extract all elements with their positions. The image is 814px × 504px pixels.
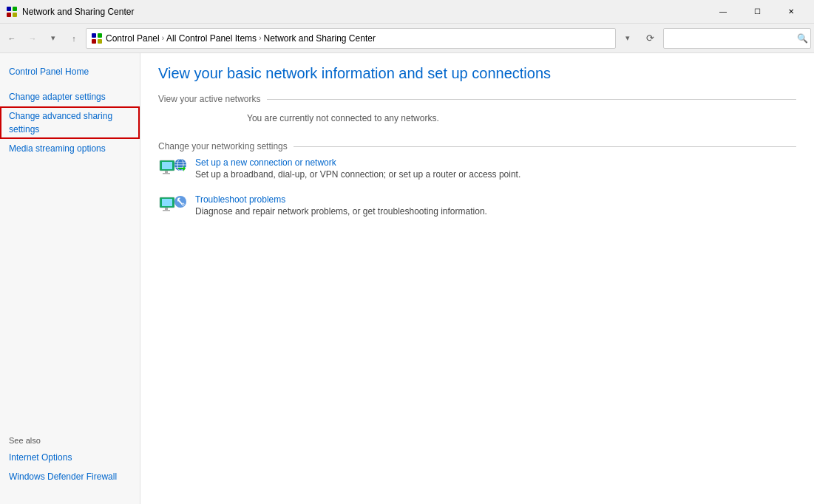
app-icon <box>6 6 18 18</box>
breadcrumb-bar: Control Panel › All Control Panel Items … <box>86 28 616 49</box>
sidebar-link-internet-options[interactable]: Internet Options <box>9 448 131 467</box>
svg-rect-7 <box>98 39 102 44</box>
troubleshoot-title[interactable]: Troubleshoot problems <box>195 194 487 205</box>
networking-settings-label: Change your networking settings <box>158 141 288 151</box>
svg-rect-5 <box>98 33 102 38</box>
breadcrumb-current: Network and Sharing Center <box>263 33 375 44</box>
setup-connection-item: Set up a new connection or network Set u… <box>158 157 796 181</box>
maximize-button[interactable]: ☐ <box>740 0 774 24</box>
setup-connection-desc: Set up a broadband, dial-up, or VPN conn… <box>195 169 520 180</box>
breadcrumb-icon <box>91 33 103 44</box>
active-networks-label: View your active networks <box>158 94 261 104</box>
svg-rect-9 <box>162 162 172 169</box>
forward-button[interactable]: → <box>24 30 41 47</box>
sidebar-link-control-panel-home[interactable]: Control Panel Home <box>0 62 140 81</box>
search-button[interactable]: 🔍 <box>797 33 808 44</box>
see-also-title: See also <box>9 436 131 445</box>
address-bar: ← → ▾ ↑ Control Panel › All Control Pane… <box>0 24 814 53</box>
window-title: Network and Sharing Center <box>22 7 706 17</box>
up-button[interactable]: ↑ <box>65 30 83 47</box>
svg-rect-21 <box>163 210 170 211</box>
troubleshoot-content: Troubleshoot problems Diagnose and repai… <box>195 194 487 217</box>
svg-rect-4 <box>92 33 96 38</box>
svg-rect-11 <box>163 173 170 174</box>
title-bar: Network and Sharing Center — ☐ ✕ <box>0 0 814 24</box>
setup-connection-icon <box>158 157 188 181</box>
svg-rect-0 <box>7 7 11 11</box>
breadcrumb-control-panel[interactable]: Control Panel <box>106 33 160 44</box>
search-input[interactable] <box>663 28 811 49</box>
setup-connection-title[interactable]: Set up a new connection or network <box>195 157 520 168</box>
page-title: View your basic network information and … <box>158 65 796 82</box>
networking-settings-divider <box>294 146 796 147</box>
svg-rect-1 <box>13 7 17 11</box>
breadcrumb-sep-1: › <box>162 34 164 42</box>
dropdown-button[interactable]: ▾ <box>619 30 637 47</box>
active-networks-divider <box>267 99 796 100</box>
svg-rect-2 <box>7 13 11 17</box>
svg-rect-6 <box>92 39 96 44</box>
svg-rect-10 <box>165 171 168 173</box>
no-networks-text: You are currently not connected to any n… <box>158 110 796 135</box>
active-networks-header: View your active networks <box>158 94 796 104</box>
search-wrapper: 🔍 <box>663 28 811 49</box>
troubleshoot-desc: Diagnose and repair network problems, or… <box>195 206 487 217</box>
content-area: View your basic network information and … <box>140 53 814 504</box>
setup-connection-content: Set up a new connection or network Set u… <box>195 157 520 180</box>
svg-rect-20 <box>165 208 168 210</box>
sidebar-link-media-streaming[interactable]: Media streaming options <box>0 139 140 158</box>
sidebar-link-adapter-settings[interactable]: Change adapter settings <box>0 87 140 106</box>
networking-settings-header: Change your networking settings <box>158 141 796 151</box>
back-button[interactable]: ← <box>3 30 21 47</box>
svg-rect-3 <box>13 13 17 17</box>
troubleshoot-item: Troubleshoot problems Diagnose and repai… <box>158 194 796 218</box>
troubleshoot-icon <box>158 194 188 218</box>
sidebar: Control Panel Home Change adapter settin… <box>0 53 140 504</box>
main-area: Control Panel Home Change adapter settin… <box>0 53 814 504</box>
refresh-button[interactable]: ⟳ <box>640 28 660 49</box>
svg-rect-19 <box>162 199 172 206</box>
window-controls: — ☐ ✕ <box>706 0 808 24</box>
networking-settings: Change your networking settings <box>158 141 796 218</box>
breadcrumb-all-items[interactable]: All Control Panel Items <box>166 33 257 44</box>
see-also-section: See also Internet Options Windows Defend… <box>0 427 140 495</box>
down-button[interactable]: ▾ <box>44 30 62 47</box>
minimize-button[interactable]: — <box>706 0 740 24</box>
breadcrumb-sep-2: › <box>259 34 261 42</box>
close-button[interactable]: ✕ <box>774 0 808 24</box>
sidebar-link-advanced-sharing[interactable]: Change advanced sharing settings <box>0 106 140 139</box>
sidebar-link-windows-firewall[interactable]: Windows Defender Firewall <box>9 467 131 486</box>
